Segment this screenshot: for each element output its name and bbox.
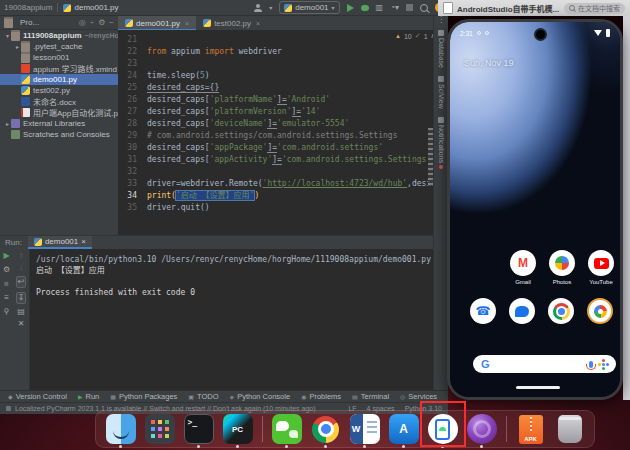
toolwindow-button-problems[interactable]: ◉Problems	[301, 392, 341, 401]
close-icon[interactable]: ×	[81, 237, 86, 246]
user-account-icon[interactable]	[254, 4, 262, 12]
stop-icon[interactable]: ■	[4, 280, 9, 288]
google-lens-icon[interactable]	[602, 363, 605, 366]
stop-button[interactable]	[406, 4, 413, 11]
problems-icon: ◉	[301, 393, 306, 400]
toolwindow-button-terminal[interactable]: ▤Terminal	[352, 392, 389, 401]
phone-dock-app-camera[interactable]	[587, 298, 613, 324]
dock-item-finder[interactable]	[106, 414, 136, 444]
dock-item-terminal[interactable]: >_	[184, 414, 214, 444]
dock-item-trash[interactable]	[555, 414, 585, 444]
phone-dock-app-phone[interactable]	[470, 298, 496, 324]
more-icon[interactable]: ⋮	[437, 18, 445, 22]
tree-item--pytest_cache[interactable]: ▸.pytest_cache	[0, 41, 118, 52]
database-icon	[438, 30, 444, 36]
dock-item-chrome[interactable]	[311, 414, 341, 444]
chevron-icon[interactable]: ▸	[14, 43, 21, 50]
settings-wrench-icon[interactable]: ⚙	[3, 266, 10, 274]
tree-item--app-pdf[interactable]: 用户端App自动化测试.pdf	[0, 107, 118, 118]
line-number: 33	[118, 178, 137, 190]
scroll-to-end-icon[interactable]: ↧	[16, 292, 27, 304]
tree-item-external-libraries[interactable]: ▸External Libraries	[0, 118, 118, 129]
dock-item-launchpad[interactable]	[145, 414, 175, 444]
tree-item-demo001-py[interactable]: demo001.py	[0, 74, 118, 85]
wifi-icon	[594, 30, 602, 36]
collapse-all-icon[interactable]: ÷	[90, 18, 94, 27]
tree-item-lesson001[interactable]: lesson001	[0, 52, 118, 63]
phone-app-gmail[interactable]: Gmail	[510, 250, 536, 285]
run-configuration-select[interactable]: demo001 ▾	[279, 1, 339, 14]
python-file-icon	[203, 19, 211, 27]
mic-icon[interactable]	[589, 361, 593, 368]
home-indicator[interactable]	[516, 386, 560, 389]
dock-item-wechat[interactable]	[272, 414, 302, 444]
toolwindow-button-version-control[interactable]: ◆Version Control	[8, 392, 67, 401]
debug-button[interactable]	[361, 5, 369, 11]
android-emulator-phone[interactable]: 2:31 Sun, Nov 19 GmailPhotosYouTube G	[447, 19, 623, 400]
dock-item-pycharm[interactable]: PC	[223, 414, 253, 444]
tab-demo001[interactable]: demo001.py ×	[118, 16, 196, 30]
locate-file-icon[interactable]: ◎	[79, 18, 86, 27]
dock-item-word[interactable]	[350, 414, 380, 444]
tree-item-scratches-and-consoles[interactable]: Scratches and Consoles	[0, 129, 118, 140]
dock-item-appium[interactable]	[467, 414, 497, 444]
tree-item-1119008appium[interactable]: ▾1119008appium~/renycHo...	[0, 30, 118, 41]
toolwindow-button-packages[interactable]: ▦Python Packages	[110, 392, 177, 401]
messages-icon	[509, 298, 535, 324]
down-stack-trace-icon[interactable]: ↓	[19, 264, 23, 272]
restore-layout-icon[interactable]: ≡	[4, 294, 9, 302]
phone-dock-app-chrome[interactable]	[548, 298, 574, 324]
hide-panel-icon[interactable]: −	[109, 18, 114, 27]
tool-strip-database[interactable]: Database	[438, 30, 445, 68]
code-segment: )	[254, 191, 259, 200]
toolwindow-button-run[interactable]: ▶Run	[78, 392, 99, 401]
up-stack-trace-icon[interactable]: ↑	[19, 252, 23, 260]
pin-icon[interactable]: ⚲	[4, 308, 10, 316]
soft-wrap-icon[interactable]: ↩	[16, 276, 27, 288]
tree-item--docx[interactable]: 未命名.docx	[0, 96, 118, 107]
code-line: driver=webdriver.Remote('http://localhos…	[147, 178, 433, 190]
search-everywhere-icon[interactable]	[420, 4, 428, 12]
tool-strip-sciview[interactable]: SciView	[438, 76, 445, 109]
toolwindow-button-python-console[interactable]: ◈Python Console	[230, 392, 291, 401]
print-icon[interactable]: ▤	[17, 308, 25, 316]
run-button[interactable]	[347, 4, 354, 12]
code-editor[interactable]: 212223242526272829303132333435 from appi…	[118, 30, 433, 235]
toolwindow-button-todo[interactable]: ▣TODO	[188, 392, 218, 401]
chevron-down-icon[interactable]: ▾	[269, 4, 272, 11]
document-window-title-bar[interactable]: AndroidStudio自带手机模... 在文档中搜索	[438, 0, 630, 16]
todo-icon: ▣	[188, 393, 194, 400]
phone-app-photos[interactable]: Photos	[549, 250, 575, 285]
document-search-field[interactable]: 在文档中搜索	[564, 3, 625, 14]
event-log-icon[interactable]	[6, 406, 11, 411]
google-search-bar[interactable]: G	[473, 355, 616, 373]
coverage-button[interactable]: ▥	[376, 4, 384, 12]
tab-test002[interactable]: test002.py ×	[196, 16, 267, 30]
tree-item-test002-py[interactable]: test002.py	[0, 85, 118, 96]
dock-item-apk-file[interactable]: APK	[516, 414, 546, 444]
project-panel-title[interactable]: Pro...	[20, 18, 39, 27]
phone-wallpaper	[450, 22, 620, 397]
phone-app-youtube[interactable]: YouTube	[588, 250, 614, 285]
run-tab-demo001[interactable]: demo001 ×	[28, 236, 92, 249]
close-icon[interactable]: ×	[256, 20, 260, 27]
phone-app-row: GmailPhotosYouTube	[510, 250, 614, 285]
close-icon[interactable]: ×	[185, 20, 189, 27]
tool-strip-notifications[interactable]: Notifications	[438, 117, 445, 169]
gear-icon[interactable]: ⚙	[98, 18, 105, 27]
run-console-output[interactable]: /usr/local/bin/python3.10 /Users/renyc/r…	[30, 249, 433, 390]
rerun-icon[interactable]: ▶	[3, 252, 9, 260]
phone-dock-app-messages[interactable]	[509, 298, 535, 324]
tree-item-label: lesson001	[33, 53, 69, 62]
chevron-icon[interactable]: ▸	[4, 120, 11, 127]
line-number: 24	[118, 70, 137, 82]
editor-code-area[interactable]: from appium import webdriver time.sleep(…	[142, 30, 433, 235]
toolwindow-button-services[interactable]: ◎Services	[400, 392, 437, 401]
sciview-icon	[438, 76, 444, 82]
clear-console-icon[interactable]: ✕	[18, 320, 25, 328]
tree-item-appium-xmind[interactable]: appium 学习路线.xmind	[0, 63, 118, 74]
chevron-icon[interactable]: ▾	[4, 32, 11, 39]
dock-item-android-emulator[interactable]	[428, 414, 458, 444]
dock-item-xcode[interactable]: A	[389, 414, 419, 444]
profiler-button[interactable]: ◔▾	[390, 4, 399, 12]
